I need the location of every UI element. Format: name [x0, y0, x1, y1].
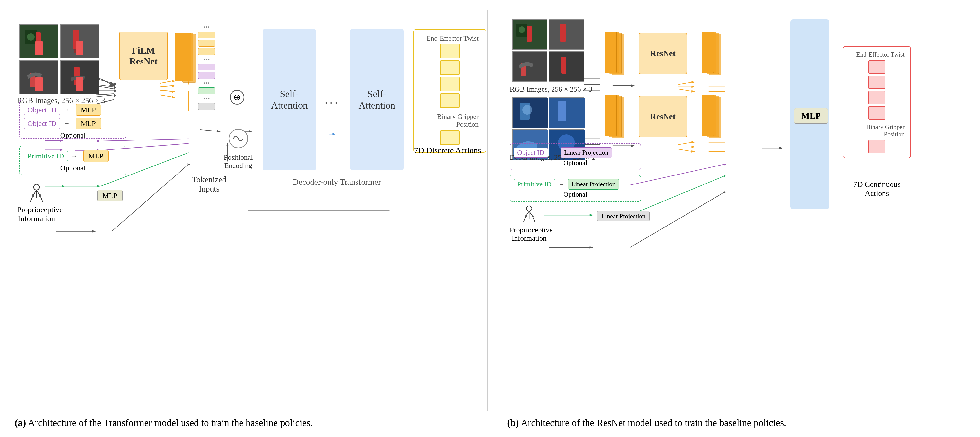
action-output-right: End-Effector Twist Binary Gripper Positi…	[843, 46, 911, 158]
svg-line-12	[160, 81, 172, 83]
svg-marker-110	[724, 163, 726, 166]
svg-line-13	[160, 86, 172, 87]
svg-marker-44	[217, 130, 221, 133]
right-diagram: RGB Images, 256 × 256 × 3	[507, 10, 966, 411]
object-id-label: Object ID	[24, 105, 60, 115]
proprio-label-left: Proprioceptive Information	[17, 205, 56, 223]
svg-rect-64	[74, 49, 78, 54]
svg-line-15	[160, 95, 172, 97]
svg-rect-136	[549, 98, 585, 128]
object-id-label-2: Object ID	[24, 118, 60, 129]
optional-label-right-2: Optional	[514, 191, 637, 198]
robot-arm-icon-right	[517, 204, 541, 225]
caption-left-text: Architecture of the Transformer model us…	[26, 417, 313, 428]
svg-marker-8	[114, 82, 116, 86]
svg-marker-19	[172, 96, 175, 99]
svg-marker-17	[172, 84, 175, 87]
svg-marker-35	[97, 185, 101, 188]
svg-rect-128	[560, 24, 566, 42]
svg-marker-120	[780, 147, 783, 149]
svg-marker-48	[226, 143, 229, 146]
end-effector-label: End-Effector Twist	[421, 35, 479, 42]
caption-left-bold: (a)	[14, 417, 26, 428]
svg-marker-114	[724, 175, 726, 177]
stacked-rgb-out	[702, 32, 721, 75]
caption-left: (a) Architecture of the Transformer mode…	[14, 416, 488, 430]
resnet-depth-box: ResNet	[639, 96, 687, 137]
svg-line-109	[630, 164, 725, 185]
dots-between-attn: ...	[325, 92, 340, 106]
proprio-section-right: Proprioceptive Information	[510, 204, 549, 242]
svg-marker-11	[114, 94, 116, 97]
binary-gripper-right: Binary Gripper Position	[849, 124, 905, 138]
svg-marker-82	[631, 84, 635, 87]
svg-marker-103	[691, 151, 695, 153]
svg-marker-118	[724, 191, 726, 194]
stacked-depth-out	[702, 95, 721, 138]
svg-rect-127	[549, 20, 584, 50]
stacked-rgb-layers	[605, 32, 619, 75]
decoder-label: Decoder-only Transformer	[258, 178, 416, 187]
robot-arm-icon	[23, 182, 50, 204]
proprio-section: Proprioceptive Information	[17, 182, 56, 223]
svg-rect-137	[558, 101, 566, 121]
optional-label-2: Optional	[24, 164, 122, 172]
mlp-box-1: MLP	[76, 104, 101, 116]
svg-marker-18	[172, 91, 175, 93]
svg-line-14	[160, 90, 172, 91]
linear-proj-1: Linear Projection	[560, 147, 612, 158]
mlp-right: MLP	[794, 108, 828, 124]
action-cells-right	[849, 60, 905, 119]
tokenized-label: Tokenized Inputs	[190, 175, 229, 194]
svg-marker-116	[590, 246, 593, 249]
optional-label-1: Optional	[24, 131, 122, 140]
rgb-image-grid-right	[512, 19, 584, 82]
end-effector-right: End-Effector Twist	[849, 51, 905, 58]
svg-marker-9	[114, 86, 116, 89]
left-diagram: RGB Images, 256 × 256 × 3 FiLM ResNet ••…	[14, 10, 473, 411]
resnet-rgb-box: ResNet	[639, 33, 687, 74]
svg-rect-129	[512, 52, 547, 82]
svg-rect-132	[562, 57, 566, 74]
svg-line-83	[678, 82, 692, 84]
svg-point-125	[519, 27, 525, 33]
rgb-label-right: RGB Images, 256 × 256 × 3	[510, 85, 592, 93]
rgb-image-grid	[19, 24, 99, 94]
captions-row: (a) Architecture of the Transformer mode…	[0, 416, 980, 437]
self-attention-1: Self- Attention	[262, 29, 316, 170]
caption-right-text: Architecture of the ResNet model used to…	[519, 417, 786, 428]
primitive-id-label: Primitive ID	[24, 151, 68, 161]
left-panel: RGB Images, 256 × 256 × 3 FiLM ResNet ••…	[14, 10, 488, 411]
svg-point-147	[525, 215, 527, 217]
optional-purple-box: Object ID → MLP Object ID → MLP Optional	[19, 100, 126, 138]
svg-marker-26	[97, 140, 101, 142]
svg-marker-86	[691, 81, 695, 83]
mlp-box-3: MLP	[83, 150, 109, 162]
optional-label-right-1: Optional	[514, 159, 637, 167]
svg-marker-102	[691, 146, 695, 148]
svg-line-113	[630, 176, 725, 215]
svg-point-75	[32, 194, 34, 197]
svg-marker-101	[691, 141, 695, 144]
discrete-actions-label: 7D Discrete Actions	[414, 146, 482, 155]
mlp-box-2: MLP	[76, 118, 101, 129]
action-outputs-box: End-Effector Twist Binary Gripper Positi…	[414, 29, 486, 153]
svg-marker-32	[60, 140, 63, 142]
svg-line-85	[678, 89, 692, 91]
svg-rect-131	[549, 52, 584, 82]
image-cell-4	[60, 60, 99, 94]
primitive-id-right: Primitive ID	[514, 179, 555, 189]
svg-point-76	[39, 194, 41, 197]
svg-line-43	[200, 130, 218, 132]
optional-green-right: Primitive ID → Linear Projection Optiona…	[510, 175, 641, 202]
optional-purple-right: Object ID → Linear Projection Optional	[510, 143, 641, 170]
caption-right: (b) Architecture of the ResNet model use…	[488, 416, 966, 430]
svg-marker-38	[62, 185, 65, 188]
svg-marker-42	[188, 163, 190, 166]
svg-point-141	[527, 206, 532, 211]
self-attention-2: Self- Attention	[350, 29, 404, 170]
image-cell-3	[19, 60, 58, 94]
svg-marker-46	[249, 130, 252, 133]
svg-marker-40	[92, 230, 96, 233]
image-cell-1	[19, 24, 58, 58]
